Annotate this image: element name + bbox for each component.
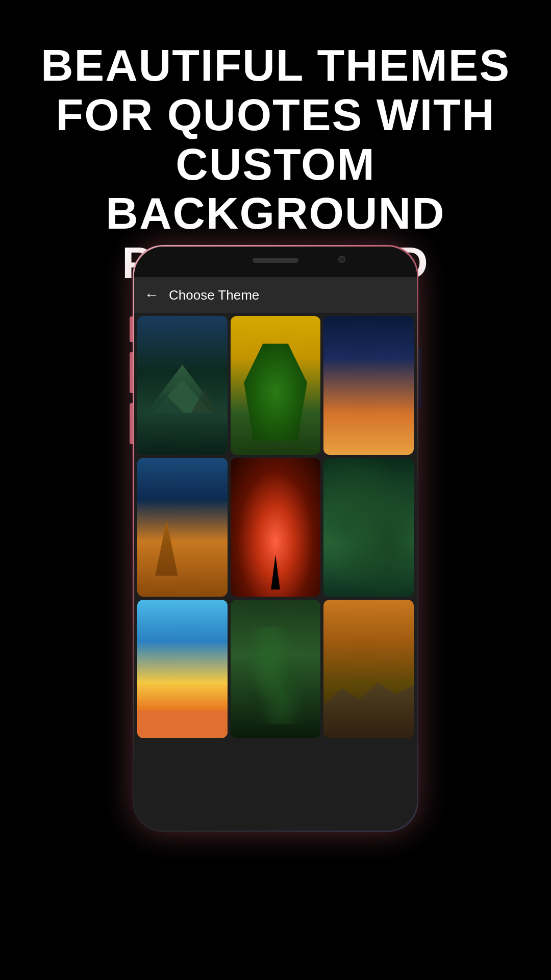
theme-card-jungle-aerial[interactable] bbox=[231, 600, 321, 739]
theme-card-sunset-gradient[interactable] bbox=[323, 316, 414, 455]
back-button[interactable]: ← bbox=[144, 287, 159, 303]
theme-card-tropical-yellow[interactable] bbox=[231, 316, 321, 455]
phone-inner-shell: ← Choose Theme bbox=[134, 247, 417, 830]
theme-card-desert-dune[interactable] bbox=[137, 458, 228, 597]
theme-ground bbox=[137, 420, 228, 455]
phone-notch bbox=[134, 247, 417, 277]
mountains-svg bbox=[137, 375, 228, 420]
theme-card-mountain-night[interactable] bbox=[137, 316, 228, 455]
volume-up-button bbox=[130, 352, 133, 393]
power-button bbox=[418, 347, 421, 408]
app-header: ← Choose Theme bbox=[134, 277, 417, 313]
phone-speaker bbox=[253, 258, 298, 263]
theme-grid bbox=[134, 313, 417, 741]
phone-mockup: ← Choose Theme bbox=[133, 245, 418, 832]
theme-card-golden-hills[interactable] bbox=[323, 600, 414, 739]
front-camera bbox=[338, 256, 345, 263]
volume-mute-button bbox=[130, 316, 133, 342]
volume-down-button bbox=[130, 403, 133, 444]
theme-card-sunrise-silhouette[interactable] bbox=[231, 458, 321, 597]
theme-card-beach-umbrellas[interactable] bbox=[137, 600, 228, 739]
screen-content: ← Choose Theme bbox=[134, 277, 417, 830]
screen-title: Choose Theme bbox=[169, 287, 259, 303]
theme-card-dark-leaves[interactable] bbox=[323, 458, 414, 597]
phone-outer-shell: ← Choose Theme bbox=[133, 245, 418, 832]
